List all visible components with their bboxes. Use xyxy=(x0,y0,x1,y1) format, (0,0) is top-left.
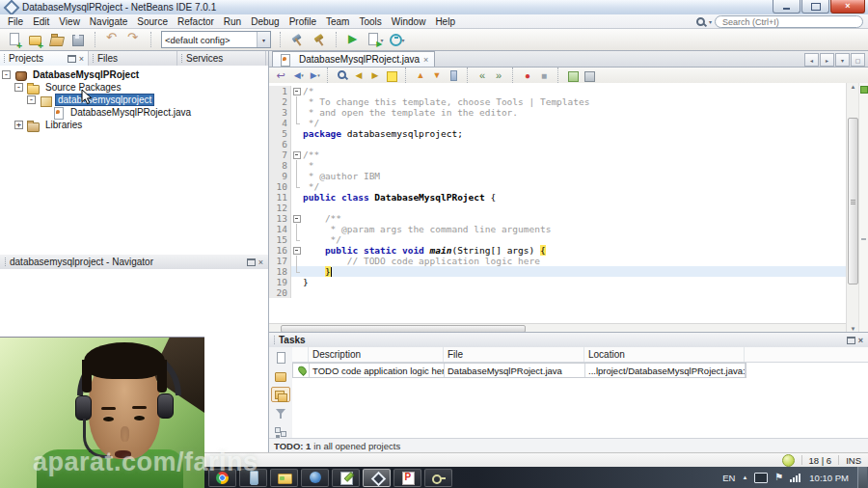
taskbar-netbeans-button[interactable] xyxy=(363,469,391,487)
find-button[interactable] xyxy=(335,68,350,82)
close-panel-icon[interactable]: × xyxy=(79,55,84,63)
prev-occurrence-button[interactable] xyxy=(351,68,366,82)
scroll-tabs-left-button[interactable]: ◂ xyxy=(804,53,819,67)
new-file-button[interactable] xyxy=(5,30,24,49)
collapse-icon[interactable]: - xyxy=(2,70,11,79)
clean-build-button[interactable] xyxy=(310,30,329,49)
menu-profile[interactable]: Profile xyxy=(285,16,321,27)
column-header-file[interactable]: File xyxy=(444,347,584,362)
back-button[interactable]: ▾ xyxy=(289,68,305,82)
panel-tab-services[interactable]: Services xyxy=(177,51,266,66)
show-desktop-button[interactable] xyxy=(857,467,867,488)
chevron-down-icon[interactable]: ▾ xyxy=(709,18,712,25)
network-icon[interactable] xyxy=(754,473,768,483)
action-center-icon[interactable]: ⚑ xyxy=(774,473,783,482)
vscroll-thumb[interactable] xyxy=(848,118,858,285)
shift-right-button[interactable] xyxy=(491,68,506,82)
config-select[interactable]: <default config>▾ xyxy=(161,31,271,48)
taskbar-notes-button[interactable] xyxy=(332,469,360,487)
project-scope-button[interactable] xyxy=(271,368,290,383)
menu-source[interactable]: Source xyxy=(132,16,173,27)
notification-icon[interactable] xyxy=(782,454,795,467)
collapse-icon[interactable]: - xyxy=(27,95,36,104)
tree-node[interactable]: -DatabaseMysqlPRoject xyxy=(0,68,268,81)
macro-record-button[interactable] xyxy=(520,68,535,82)
taskbar-browser-button[interactable] xyxy=(301,469,329,487)
debug-button[interactable]: ▾ xyxy=(366,30,385,49)
hidden-icons-button[interactable]: ▲ xyxy=(742,474,747,480)
uncomment-button[interactable] xyxy=(582,68,597,82)
fold-collapse-icon[interactable] xyxy=(291,245,301,256)
tree-node[interactable]: -databasemysqlproject xyxy=(0,94,268,106)
new-project-button[interactable] xyxy=(26,30,45,49)
menu-view[interactable]: View xyxy=(54,16,85,27)
build-button[interactable] xyxy=(288,30,308,49)
close-panel-icon[interactable]: × xyxy=(258,258,263,266)
redo-button[interactable] xyxy=(124,30,144,49)
fold-collapse-icon[interactable] xyxy=(291,213,301,224)
tab-list-button[interactable]: ▾ xyxy=(835,53,850,67)
menu-refactor[interactable]: Refactor xyxy=(173,16,219,27)
editor-tab[interactable]: DatabaseMysqlPRoject.java × xyxy=(272,51,435,67)
menu-team[interactable]: Team xyxy=(321,16,354,27)
close-button[interactable]: × xyxy=(830,0,865,14)
tree-node[interactable]: +Libraries xyxy=(0,119,268,131)
tree-node[interactable]: DatabaseMysqlPRoject.java xyxy=(0,106,268,119)
menu-window[interactable]: Window xyxy=(387,16,431,27)
scroll-tabs-right-button[interactable]: ▸ xyxy=(820,53,834,67)
column-header-description[interactable]: Description xyxy=(309,347,444,362)
code-editor[interactable]: 1/*2 * To change this template, choose T… xyxy=(269,83,868,333)
menu-file[interactable]: File xyxy=(3,16,28,27)
task-row[interactable]: TODO code application logic hereDatabase… xyxy=(292,363,746,378)
menu-run[interactable]: Run xyxy=(219,16,246,27)
history-button[interactable] xyxy=(273,68,288,82)
menu-edit[interactable]: Edit xyxy=(28,16,54,27)
all-projects-scope-button[interactable] xyxy=(271,387,290,401)
menu-help[interactable]: Help xyxy=(430,16,460,27)
menu-navigate[interactable]: Navigate xyxy=(85,16,132,27)
restore-button[interactable] xyxy=(801,0,829,14)
fold-collapse-icon[interactable] xyxy=(291,149,301,160)
taskbar-pdf-button[interactable] xyxy=(393,469,421,487)
collapse-icon[interactable]: - xyxy=(14,83,23,92)
float-window-icon[interactable] xyxy=(847,337,855,344)
title-bar[interactable]: DatabaseMysqlPRoject - NetBeans IDE 7.0.… xyxy=(0,0,868,15)
float-window-icon[interactable] xyxy=(68,55,76,63)
code-area[interactable]: 1/*2 * To change this template, choose T… xyxy=(269,83,847,324)
language-indicator[interactable]: EN xyxy=(722,473,735,483)
grouping-button[interactable] xyxy=(271,424,290,439)
taskbar-shared-folder-button[interactable] xyxy=(270,469,298,487)
float-window-icon[interactable] xyxy=(247,258,256,266)
toggle-highlight-button[interactable] xyxy=(384,68,399,82)
macro-stop-button[interactable] xyxy=(536,68,552,82)
forward-button[interactable]: ▾ xyxy=(306,68,321,82)
run-button[interactable] xyxy=(344,30,364,49)
column-header-location[interactable]: Location xyxy=(584,347,745,362)
minimize-button[interactable] xyxy=(773,0,800,14)
maximize-editor-button[interactable]: ▢ xyxy=(851,53,865,67)
toggle-bookmark-button[interactable] xyxy=(446,68,461,82)
save-all-button[interactable] xyxy=(68,30,88,49)
close-panel-icon[interactable]: × xyxy=(858,337,863,344)
clock[interactable]: 10:10 PM xyxy=(809,473,849,483)
signal-strength-icon[interactable] xyxy=(790,473,800,482)
profile-button[interactable]: ▾ xyxy=(387,30,406,49)
previous-bookmark-button[interactable] xyxy=(413,68,428,82)
open-project-button[interactable] xyxy=(47,30,67,49)
search-icon[interactable] xyxy=(695,16,706,27)
vertical-scrollbar[interactable]: ▲ ▼ xyxy=(846,83,859,333)
taskbar-keys-button[interactable] xyxy=(424,469,452,487)
shift-left-button[interactable] xyxy=(475,68,490,82)
panel-tab-files[interactable]: Files xyxy=(89,51,177,66)
panel-tab-projects[interactable]: Projects× xyxy=(0,51,89,66)
expand-icon[interactable]: + xyxy=(14,121,23,129)
tree-node[interactable]: -Source Packages xyxy=(0,81,268,94)
comment-button[interactable] xyxy=(565,68,581,82)
file-scope-button[interactable] xyxy=(271,350,290,365)
search-input[interactable] xyxy=(715,15,863,28)
close-tab-icon[interactable]: × xyxy=(423,56,428,64)
next-bookmark-button[interactable] xyxy=(429,68,445,82)
menu-tools[interactable]: Tools xyxy=(354,16,386,27)
filter-button[interactable] xyxy=(271,406,290,420)
projects-tree[interactable]: -DatabaseMysqlPRoject-Source Packages-da… xyxy=(0,66,268,258)
